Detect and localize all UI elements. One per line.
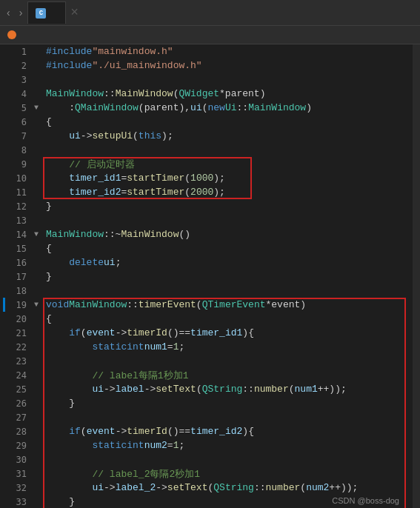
code-line: { [41, 241, 413, 255]
code-line [41, 452, 413, 467]
code-line [41, 143, 413, 157]
fold-arrow [31, 213, 41, 227]
line-number: 9 [3, 157, 31, 171]
fold-arrow [31, 284, 41, 298]
code-line: MainWindow::MainWindow(QWidget *parent) [41, 87, 413, 101]
fold-arrow [31, 44, 41, 59]
code-line: ui->label_2->setText(QString::number(num… [41, 481, 413, 495]
fold-arrow [31, 467, 41, 481]
fold-arrow [31, 185, 41, 199]
code-line [41, 213, 413, 227]
code-line: #include "mainwindow.h" [41, 44, 413, 59]
active-line-indicator [3, 298, 5, 312]
fold-arrow [31, 270, 41, 284]
fold-arrow [31, 326, 41, 340]
line-number: 31 [3, 467, 31, 481]
line-number: 29 [3, 438, 31, 452]
forward-button[interactable]: › [16, 5, 27, 20]
fold-arrow [31, 396, 41, 410]
fold-arrow [31, 129, 41, 143]
line-number: 19 [3, 298, 31, 312]
code-line: ui->setupUi(this); [41, 129, 413, 143]
file-type-icon: C [36, 8, 46, 19]
fold-arrow [31, 424, 41, 438]
fold-arrow [31, 438, 41, 452]
code-line [41, 284, 413, 298]
code-line [41, 354, 413, 368]
code-line: // label每隔1秒加1 [41, 368, 413, 382]
line-number: 16 [3, 255, 31, 270]
fold-arrow [31, 410, 41, 424]
fold-arrow [31, 241, 41, 255]
line-number: 11 [3, 185, 31, 199]
line-number: 28 [3, 424, 31, 438]
code-line: : QMainWindow(parent), ui(new Ui::MainWi… [41, 101, 413, 115]
code-line: if (event->timerId() == timer_id1) { [41, 326, 413, 340]
line-number: 4 [3, 87, 31, 101]
fold-arrow [31, 73, 41, 87]
breadcrumb-bar [0, 26, 420, 44]
fold-arrow [31, 87, 41, 101]
line-number-column: 1234567891011121314151617181920212223242… [3, 44, 31, 508]
line-number: 6 [3, 115, 31, 129]
fold-arrow [31, 354, 41, 368]
fold-arrow[interactable]: ▼ [31, 227, 41, 241]
line-number: 24 [3, 368, 31, 382]
code-line: } [41, 396, 413, 410]
editor-container: ‹ › C × 12345678910111213141516171819202… [0, 0, 420, 508]
line-number: 10 [3, 171, 31, 185]
code-line: // 启动定时器 [41, 157, 413, 171]
vertical-scrollbar[interactable] [413, 44, 420, 508]
fold-arrow [31, 481, 41, 495]
fold-arrow [31, 171, 41, 185]
code-lines-wrapper: #include "mainwindow.h"#include "./ui_ma… [41, 44, 413, 508]
line-number: 21 [3, 326, 31, 340]
code-line: #include "./ui_mainwindow.h" [41, 59, 413, 73]
line-number: 27 [3, 410, 31, 424]
line-number: 3 [3, 73, 31, 87]
code-line: timer_id2 = startTimer(2000); [41, 185, 413, 199]
fold-arrow [31, 115, 41, 129]
code-line: // label_2每隔2秒加1 [41, 467, 413, 481]
line-number: 12 [3, 199, 31, 213]
fold-arrow [31, 59, 41, 73]
fold-arrow [31, 199, 41, 213]
line-number: 15 [3, 241, 31, 255]
fold-gutter: ▼▼▼ [31, 44, 41, 508]
watermark: CSDN @boss-dog [332, 496, 399, 505]
code-line: } [41, 270, 413, 284]
line-number: 18 [3, 284, 31, 298]
code-line [41, 410, 413, 424]
line-number: 7 [3, 129, 31, 143]
fold-arrow [31, 495, 41, 508]
line-number: 20 [3, 312, 31, 326]
code-line: } [41, 199, 413, 213]
file-tab[interactable]: C [27, 1, 66, 24]
line-number: 30 [3, 452, 31, 467]
fold-arrow[interactable]: ▼ [31, 101, 41, 115]
line-number: 17 [3, 270, 31, 284]
line-number: 26 [3, 396, 31, 410]
line-number: 5 [3, 101, 31, 115]
fold-arrow [31, 157, 41, 171]
breadcrumb-icon [7, 30, 16, 39]
line-number: 25 [3, 382, 31, 396]
main-layout: 1234567891011121314151617181920212223242… [0, 44, 420, 508]
back-button[interactable]: ‹ [3, 5, 14, 20]
code-line: ui->label->setText(QString::number(num1+… [41, 382, 413, 396]
code-line: MainWindow::~MainWindow() [41, 227, 413, 241]
line-number: 2 [3, 59, 31, 73]
code-line: { [41, 115, 413, 129]
line-number: 8 [3, 143, 31, 157]
fold-arrow [31, 340, 41, 354]
code-content: #include "mainwindow.h"#include "./ui_ma… [41, 44, 413, 508]
code-line: void MainWindow::timerEvent(QTimerEvent … [41, 298, 413, 312]
line-number: 13 [3, 213, 31, 227]
tab-bar: ‹ › C × [0, 0, 420, 26]
line-number: 22 [3, 340, 31, 354]
code-line: static int num1 = 1; [41, 340, 413, 354]
fold-arrow [31, 312, 41, 326]
fold-arrow [31, 452, 41, 467]
fold-arrow[interactable]: ▼ [31, 298, 41, 312]
line-number: 32 [3, 481, 31, 495]
